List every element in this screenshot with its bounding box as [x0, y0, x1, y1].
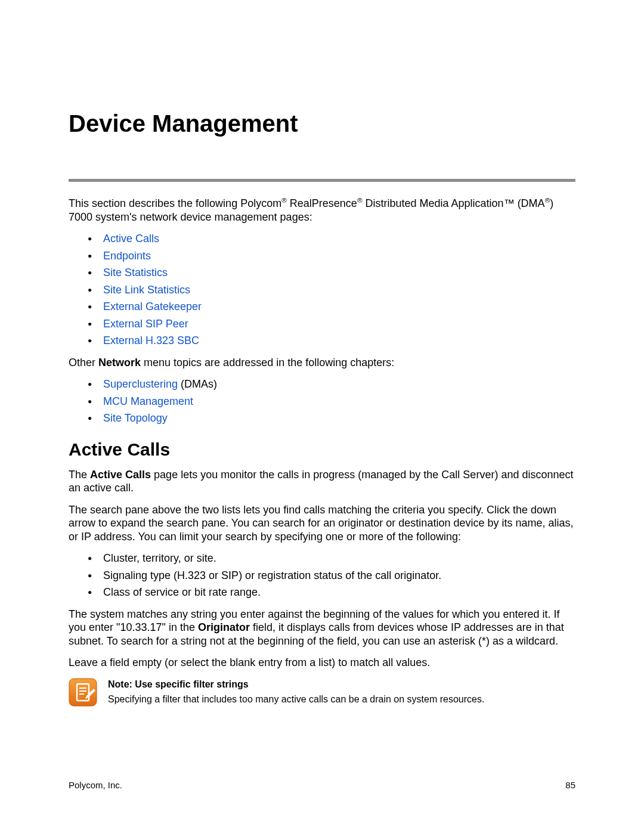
link-after-0: (DMAs) [178, 378, 217, 390]
page: Device Management This section describes… [0, 0, 644, 833]
list-item: External Gatekeeper [69, 300, 575, 314]
link-site-link-statistics[interactable]: Site Link Statistics [103, 284, 190, 296]
list-item: Site Statistics [69, 266, 575, 280]
link-site-topology[interactable]: Site Topology [103, 412, 168, 424]
note-icon [69, 678, 97, 707]
note-text: Note: Use specific filter strings Specif… [108, 678, 484, 706]
list-item: External SIP Peer [69, 317, 575, 331]
toc-list-2: Superclustering (DMAs) MCU Management Si… [69, 377, 575, 425]
list-item: Site Link Statistics [69, 283, 575, 297]
p1-pre: The [69, 469, 90, 481]
p1-bold: Active Calls [90, 469, 151, 481]
footer-left: Polycom, Inc. [69, 780, 122, 790]
other-pre: Other [69, 357, 98, 368]
note-body: Specifying a filter that includes too ma… [108, 694, 484, 704]
link-mcu-management[interactable]: MCU Management [103, 395, 193, 407]
other-post: menu topics are addressed in the followi… [141, 357, 394, 368]
list-item: MCU Management [69, 395, 575, 408]
link-external-gatekeeper[interactable]: External Gatekeeper [103, 301, 202, 312]
footer-right: 85 [565, 780, 575, 790]
reg-mark-2: ® [357, 196, 363, 204]
p2: The search pane above the two lists lets… [69, 503, 575, 544]
list-item: Site Topology [69, 411, 575, 425]
list-item: Endpoints [69, 249, 575, 263]
list-item: Active Calls [69, 232, 575, 246]
link-endpoints[interactable]: Endpoints [103, 250, 151, 262]
list-item: Class of service or bit rate range. [69, 586, 575, 599]
list-item: Signaling type (H.323 or SIP) or registr… [69, 569, 575, 583]
other-paragraph: Other Network menu topics are addressed … [69, 356, 575, 370]
reg-mark-3: ® [545, 196, 550, 204]
intro-paragraph: This section describes the following Pol… [69, 196, 575, 224]
footer: Polycom, Inc. 85 [69, 780, 575, 790]
divider [69, 179, 575, 182]
page-title: Device Management [69, 110, 575, 137]
link-external-h323-sbc[interactable]: External H.323 SBC [103, 335, 199, 346]
section-heading: Active Calls [69, 439, 575, 460]
note-block: Note: Use specific filter strings Specif… [69, 678, 575, 707]
list-item: External H.323 SBC [69, 334, 575, 348]
p1: The Active Calls page lets you monitor t… [69, 468, 575, 495]
link-external-sip-peer[interactable]: External SIP Peer [103, 318, 188, 330]
p3: The system matches any string you enter … [69, 608, 575, 648]
note-title: Note: Use specific filter strings [108, 678, 484, 691]
other-bold: Network [98, 357, 141, 368]
intro-pre: This section describes the following Pol… [69, 197, 281, 209]
list-item: Cluster, territory, or site. [69, 552, 575, 565]
list-item: Superclustering (DMAs) [69, 377, 575, 391]
reg-mark-1: ® [281, 196, 287, 204]
search-criteria-list: Cluster, territory, or site. Signaling t… [69, 552, 575, 599]
toc-list-1: Active Calls Endpoints Site Statistics S… [69, 232, 575, 348]
p4: Leave a field empty (or select the blank… [69, 656, 575, 670]
intro-mid2: Distributed Media Application™ (DMA [363, 197, 545, 209]
link-site-statistics[interactable]: Site Statistics [103, 267, 168, 278]
link-superclustering[interactable]: Superclustering [103, 378, 178, 390]
intro-mid1: RealPresence [287, 197, 357, 209]
link-active-calls[interactable]: Active Calls [103, 233, 159, 244]
p3-bold: Originator [198, 621, 250, 633]
